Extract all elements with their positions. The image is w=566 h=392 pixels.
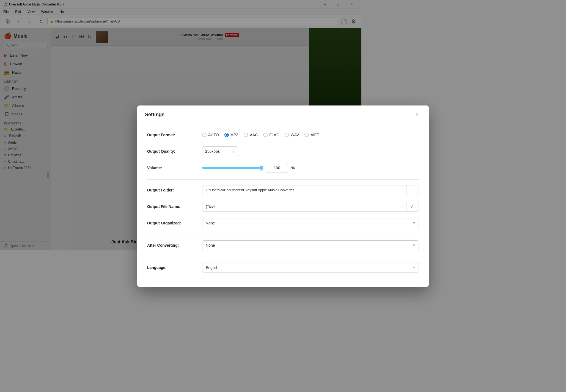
output-folder-input: C:\Users\A\Documents\Ukeysoft Apple Musi… (202, 185, 361, 195)
output-organized-value: None (206, 221, 215, 225)
output-quality-control: 256kbps ∨ (202, 146, 361, 156)
format-aiff-label: AIFF (311, 133, 319, 137)
volume-input[interactable]: 100 (266, 163, 288, 173)
folder-path-text: C:\Users\A\Documents\Ukeysoft Apple Musi… (206, 188, 361, 192)
filename-text: {Title} (205, 204, 361, 208)
modal-overlay: Settings × Output Format: AUTO MP3 (0, 0, 361, 250)
format-flac-label: FLAC (269, 133, 279, 137)
quality-dropdown-arrow: ∨ (232, 149, 235, 153)
output-format-row: Output Format: AUTO MP3 AAC (147, 130, 361, 140)
modal-header: Settings × (137, 105, 361, 123)
output-filename-input[interactable]: {Title} ← ∨ (202, 202, 361, 212)
output-format-control: AUTO MP3 AAC FLAC (202, 133, 361, 137)
volume-row: Volume: 100 % (147, 163, 361, 173)
after-converting-value: None (206, 243, 215, 248)
volume-slider-thumb[interactable] (259, 165, 264, 170)
output-folder-row: Output Folder: C:\Users\A\Documents\Ukey… (147, 185, 361, 195)
settings-divider-1 (147, 179, 361, 180)
after-converting-row: After Converting: None ∨ (147, 240, 361, 250)
after-converting-label: After Converting: (147, 243, 202, 248)
output-quality-row: Output Quality: 256kbps ∨ (147, 146, 361, 156)
format-flac-radio[interactable] (263, 133, 268, 137)
modal-title: Settings (145, 112, 164, 118)
quality-value: 256kbps (205, 149, 220, 154)
format-mp3-radio[interactable] (224, 133, 229, 137)
volume-value: 100 (274, 166, 280, 170)
volume-control: 100 % (202, 163, 361, 173)
format-auto-label: AUTO (208, 133, 219, 137)
format-wav-radio[interactable] (285, 133, 289, 137)
format-wav-option[interactable]: WAV (285, 133, 299, 137)
format-auto-option[interactable]: AUTO (202, 133, 219, 137)
format-flac-option[interactable]: FLAC (263, 133, 279, 137)
quality-dropdown[interactable]: 256kbps ∨ (202, 146, 238, 156)
format-aac-radio[interactable] (244, 133, 248, 137)
output-quality-label: Output Quality: (147, 149, 202, 154)
volume-slider-fill (202, 167, 263, 169)
format-mp3-option[interactable]: MP3 (224, 133, 238, 137)
volume-label: Volume: (147, 166, 202, 170)
output-folder-label: Output Folder: (147, 188, 202, 192)
format-aac-label: AAC (250, 133, 258, 137)
output-format-label: Output Format: (147, 133, 202, 137)
format-auto-radio[interactable] (202, 133, 207, 137)
format-mp3-label: MP3 (230, 133, 238, 137)
output-filename-label: Output File Name: (147, 204, 202, 209)
output-organized-dropdown[interactable]: None ∨ (202, 218, 361, 228)
settings-divider-2 (147, 235, 361, 235)
settings-modal: Settings × Output Format: AUTO MP3 (137, 105, 361, 250)
output-organized-label: Output Organized: (147, 221, 202, 225)
format-aiff-option[interactable]: AIFF (304, 133, 319, 137)
volume-unit: % (291, 166, 295, 170)
format-wav-label: WAV (291, 133, 299, 137)
format-aiff-radio[interactable] (304, 133, 309, 137)
modal-body: Output Format: AUTO MP3 AAC (137, 123, 361, 250)
output-filename-row: Output File Name: {Title} ← ∨ (147, 202, 361, 212)
format-aac-option[interactable]: AAC (244, 133, 258, 137)
after-converting-dropdown[interactable]: None ∨ (202, 240, 361, 250)
volume-slider[interactable] (202, 167, 263, 169)
output-organized-row: Output Organized: None ∨ (147, 218, 361, 228)
